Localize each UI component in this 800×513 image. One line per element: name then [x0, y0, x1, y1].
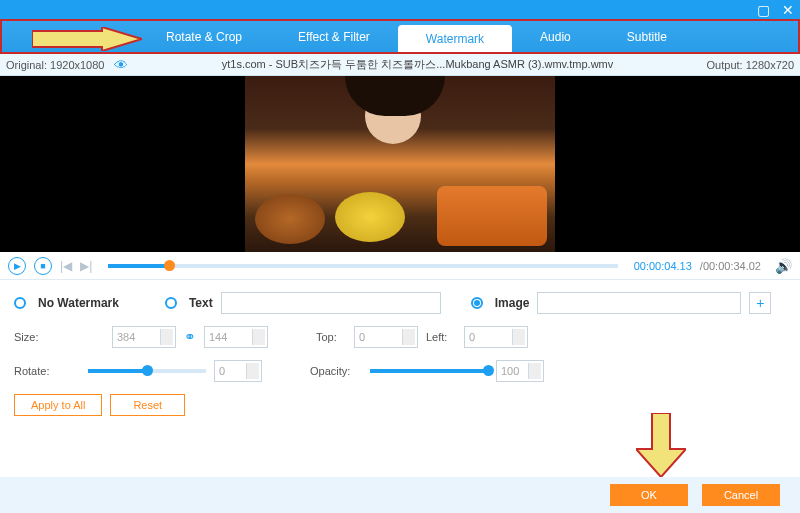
add-image-button[interactable]: + [749, 292, 771, 314]
size-label: Size: [14, 331, 66, 343]
preview-toggle-icon[interactable]: 👁 [114, 57, 128, 73]
opacity-value-stepper[interactable]: 100 [496, 360, 544, 382]
tab-subtitle[interactable]: Subtitle [599, 21, 695, 52]
rotate-slider[interactable] [88, 369, 206, 373]
left-label: Left: [426, 331, 456, 343]
prev-frame-button[interactable]: |◀ [60, 259, 72, 273]
filename-label: yt1s.com - SUB치즈가득 두툼한 치즈롤까스...Mukbang A… [128, 57, 706, 72]
tab-effect-filter[interactable]: Effect & Filter [270, 21, 398, 52]
play-button[interactable]: ▶ [8, 257, 26, 275]
stop-button[interactable]: ■ [34, 257, 52, 275]
next-frame-button[interactable]: ▶| [80, 259, 92, 273]
size-height-stepper[interactable]: 144 [204, 326, 268, 348]
opacity-label: Opacity: [310, 365, 362, 377]
opacity-slider[interactable] [370, 369, 488, 373]
info-bar: Original: 1920x1080 👁 yt1s.com - SUB치즈가득… [0, 54, 800, 76]
reset-button[interactable]: Reset [110, 394, 185, 416]
watermark-form: No Watermark Text Image + Size: 384 ⚭ 14… [0, 280, 800, 432]
tab-rotate-crop[interactable]: Rotate & Crop [138, 21, 270, 52]
radio-no-watermark[interactable] [14, 297, 26, 309]
top-label: Top: [316, 331, 346, 343]
text-watermark-input[interactable] [221, 292, 441, 314]
tab-watermark[interactable]: Watermark [398, 25, 512, 52]
original-resolution: Original: 1920x1080 [6, 59, 104, 71]
rotate-value-stepper[interactable]: 0 [214, 360, 262, 382]
volume-icon[interactable]: 🔊 [775, 258, 792, 274]
time-total: /00:00:34.02 [700, 260, 761, 272]
top-stepper[interactable]: 0 [354, 326, 418, 348]
tab-bar: Rotate & Crop Effect & Filter Watermark … [0, 19, 800, 54]
rotate-label: Rotate: [14, 365, 66, 377]
tab-audio[interactable]: Audio [512, 21, 599, 52]
radio-text[interactable] [165, 297, 177, 309]
video-frame[interactable] [245, 76, 555, 252]
playback-controls: ▶ ■ |◀ ▶| 00:00:04.13/00:00:34.02 🔊 [0, 252, 800, 280]
ok-button[interactable]: OK [610, 484, 688, 506]
left-stepper[interactable]: 0 [464, 326, 528, 348]
image-watermark-input[interactable] [537, 292, 741, 314]
radio-image[interactable] [471, 297, 483, 309]
radio-no-watermark-label: No Watermark [38, 296, 119, 310]
video-preview-area [0, 76, 800, 252]
radio-image-label: Image [495, 296, 530, 310]
output-resolution: Output: 1280x720 [707, 59, 794, 71]
dialog-footer: OK Cancel [0, 477, 800, 513]
maximize-icon[interactable]: ▢ [757, 2, 770, 18]
cancel-button[interactable]: Cancel [702, 484, 780, 506]
aspect-lock-icon[interactable]: ⚭ [184, 329, 196, 345]
window-controls: ▢ ✕ [0, 0, 800, 19]
timeline-knob[interactable] [164, 260, 175, 271]
time-current: 00:00:04.13 [634, 260, 692, 272]
timeline-slider[interactable] [108, 264, 617, 268]
apply-to-all-button[interactable]: Apply to All [14, 394, 102, 416]
close-icon[interactable]: ✕ [782, 2, 794, 18]
radio-text-label: Text [189, 296, 213, 310]
size-width-stepper[interactable]: 384 [112, 326, 176, 348]
